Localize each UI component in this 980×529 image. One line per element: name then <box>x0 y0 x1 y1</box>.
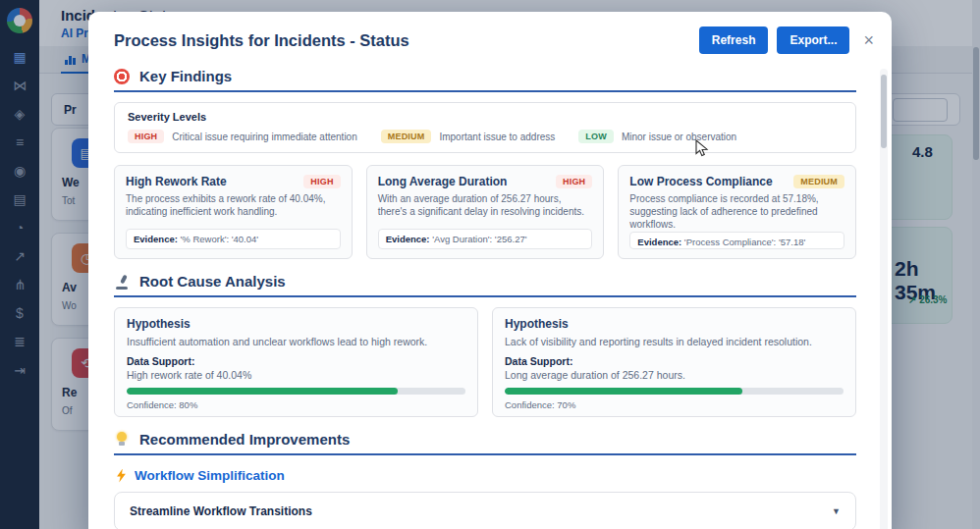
confidence-bar-fill <box>505 388 742 395</box>
target-icon <box>114 69 130 84</box>
export-button[interactable]: Export... <box>777 26 849 54</box>
findings-grid: High Rework Rate HIGH The process exhibi… <box>114 165 856 259</box>
modal-header: Process Insights for Incidents - Status … <box>88 12 892 62</box>
legend-title: Severity Levels <box>128 111 843 123</box>
finding-description: Process compliance is recorded at 57.18%… <box>629 192 844 232</box>
section-title: Recommended Improvements <box>139 431 350 448</box>
finding-description: The process exhibits a rework rate of 40… <box>126 192 341 218</box>
legend-text: Critical issue requiring immediate atten… <box>172 132 356 142</box>
hypothesis-title: Hypothesis <box>127 317 465 331</box>
high-badge: HIGH <box>128 130 164 143</box>
finding-description: With an average duration of 256.27 hours… <box>378 192 593 218</box>
medium-badge: MEDIUM <box>381 130 432 143</box>
legend-item-medium: MEDIUM Important issue to address <box>381 130 556 143</box>
mouse-cursor <box>695 139 710 157</box>
finding-title: Low Process Compliance <box>629 175 772 188</box>
modal-scrollbar[interactable] <box>880 69 888 529</box>
finding-title: High Rework Rate <box>126 175 227 188</box>
confidence-bar-fill <box>127 388 398 395</box>
finding-card-rework: High Rework Rate HIGH The process exhibi… <box>114 165 353 259</box>
root-cause-heading: Root Cause Analysis <box>114 273 856 297</box>
legend-text: Minor issue or observation <box>622 132 736 142</box>
modal-scrollbar-thumb[interactable] <box>881 75 887 148</box>
legend-text: Important issue to address <box>439 132 555 142</box>
legend-item-low: LOW Minor issue or observation <box>578 130 736 143</box>
evidence-value: 'Avg Duration': '256.27' <box>432 234 526 244</box>
evidence-box: Evidence: 'Avg Duration': '256.27' <box>378 229 593 249</box>
lightning-icon <box>116 469 127 483</box>
section-title: Key Findings <box>139 68 232 84</box>
finding-card-duration: Long Average Duration HIGH With an avera… <box>366 165 605 259</box>
close-icon[interactable]: × <box>863 31 874 49</box>
data-support-text: Long average duration of 256.27 hours. <box>505 369 844 381</box>
legend-item-high: HIGH Critical issue requiring immediate … <box>128 130 357 143</box>
confidence-label: Confidence: 70% <box>505 399 844 410</box>
evidence-box: Evidence: 'Process Compliance': '57.18' <box>629 232 844 249</box>
evidence-label: Evidence: <box>134 234 178 244</box>
confidence-bar <box>505 388 844 395</box>
modal-body: Key Findings Severity Levels HIGH Critic… <box>88 62 892 529</box>
high-badge: HIGH <box>556 175 592 188</box>
improvement-title: Streamline Workflow Transitions <box>130 504 312 518</box>
hypothesis-title: Hypothesis <box>505 317 844 331</box>
evidence-box: Evidence: '% Rework': '40.04' <box>126 229 341 249</box>
screen: ▦ ⋈ ◈ ≡ ◉ ▤ ◔ ↗ ⋔ $ ≣ ⇥ Incidents - Stat… <box>0 0 980 529</box>
legend-row: HIGH Critical issue requiring immediate … <box>128 130 843 143</box>
chevron-down-icon[interactable]: ▼ <box>832 506 841 516</box>
severity-legend: Severity Levels HIGH Critical issue requ… <box>114 102 856 153</box>
hypothesis-text: Insufficient automation and unclear work… <box>127 336 465 347</box>
improvement-accordion[interactable]: Streamline Workflow Transitions ▼ <box>114 492 856 529</box>
confidence-bar <box>127 388 465 395</box>
improvements-heading: Recommended Improvements <box>114 431 856 455</box>
hypothesis-card: Hypothesis Lack of visibility and report… <box>492 307 856 417</box>
evidence-label: Evidence: <box>637 237 681 247</box>
hypotheses-grid: Hypothesis Insufficient automation and u… <box>114 307 856 417</box>
evidence-value: '% Rework': '40.04' <box>181 234 259 244</box>
low-badge: LOW <box>578 130 614 143</box>
evidence-value: 'Process Compliance': '57.18' <box>684 237 805 247</box>
modal-title: Process Insights for Incidents - Status <box>114 31 690 50</box>
insights-modal: Process Insights for Incidents - Status … <box>88 12 892 529</box>
hypothesis-card: Hypothesis Insufficient automation and u… <box>114 307 478 417</box>
improvement-group-workflow[interactable]: Workflow Simplification <box>116 468 856 483</box>
key-findings-heading: Key Findings <box>114 68 856 92</box>
high-badge: HIGH <box>303 175 340 188</box>
finding-title: Long Average Duration <box>378 175 508 188</box>
improvement-group-title: Workflow Simplification <box>135 468 285 483</box>
data-support-label: Data Support: <box>505 355 844 367</box>
evidence-label: Evidence: <box>386 234 430 244</box>
hypothesis-text: Lack of visibility and reporting results… <box>505 336 844 347</box>
confidence-label: Confidence: 80% <box>127 399 465 410</box>
refresh-button[interactable]: Refresh <box>699 26 769 54</box>
section-title: Root Cause Analysis <box>139 273 286 290</box>
data-support-text: High rework rate of 40.04% <box>127 369 465 381</box>
data-support-label: Data Support: <box>127 355 465 367</box>
microscope-icon <box>114 274 130 290</box>
finding-card-compliance: Low Process Compliance MEDIUM Process co… <box>618 165 856 259</box>
lightbulb-icon <box>114 432 130 448</box>
medium-badge: MEDIUM <box>793 175 844 188</box>
